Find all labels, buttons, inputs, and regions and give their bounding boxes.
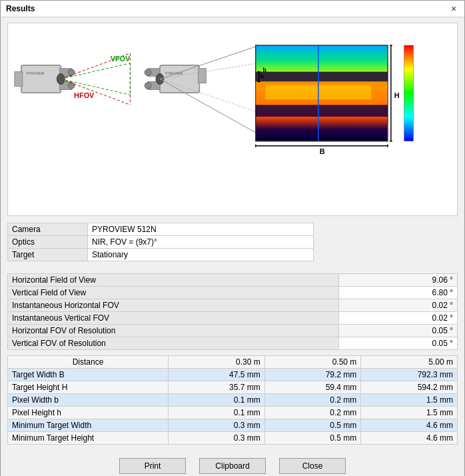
distance-row-label: Target Height H: [8, 381, 169, 394]
distance-value-3: 4.6 mm: [361, 432, 458, 445]
distance-value-1: 0.1 mm: [169, 394, 265, 407]
svg-rect-48: [404, 45, 414, 141]
distance-row-label: Minimum Target Height: [8, 432, 169, 445]
distance-data-row: Pixel Width b 0.1 mm 0.2 mm 1.5 mm: [8, 394, 458, 407]
distance-value-3: 792.3 mm: [361, 369, 458, 381]
svg-rect-1: [21, 65, 61, 93]
svg-point-13: [145, 69, 151, 76]
camera-info-value: NIR, FOV = (9x7)°: [88, 236, 314, 249]
svg-text:h: h: [260, 73, 264, 80]
distance-value-1: 0.3 mm: [169, 432, 265, 445]
fov-metric-label: Horizontal FOV of Resolution: [8, 325, 339, 337]
fov-metric-value: 0.05 °: [339, 325, 458, 337]
fov-metric-label: Instantaneous Vertical FOV: [8, 312, 339, 325]
distance-value-2: 59.4 mm: [264, 381, 361, 394]
results-window: Results × PYROVIEW: [0, 0, 465, 476]
distance-value-1: 0.1 mm: [169, 407, 265, 419]
window-title: Results: [6, 4, 35, 13]
svg-rect-30: [256, 72, 388, 82]
title-bar: Results ×: [1, 1, 464, 17]
distance-value-1: 0.3 mm: [169, 419, 265, 432]
distance-data-row: Minimum Target Width 0.3 mm 0.5 mm 4.6 m…: [8, 419, 458, 432]
distance-value-2: 0.2 mm: [264, 394, 361, 407]
svg-point-14: [145, 82, 151, 89]
svg-point-5: [68, 69, 75, 76]
distance-value-2: 0.5 mm: [264, 432, 361, 445]
distance-value-3: 1.5 mm: [361, 394, 458, 407]
camera-info-value: Stationary: [88, 249, 314, 261]
distance-header-cell: Distance: [8, 356, 169, 369]
fov-metrics-table: Horizontal Field of View9.06 °Vertical F…: [7, 273, 458, 350]
camera-info-value: PYROVIEW 512N: [88, 223, 314, 236]
print-button[interactable]: Print: [119, 458, 186, 474]
distance-data-row: Pixel Height h 0.1 mm 0.2 mm 1.5 mm: [8, 407, 458, 419]
distance-header-cell: 0.30 m: [169, 356, 265, 369]
svg-text:PYROVIEW: PYROVIEW: [27, 72, 45, 75]
svg-rect-9: [160, 65, 199, 93]
distance-value-1: 35.7 mm: [169, 381, 265, 394]
svg-text:HFOV: HFOV: [74, 91, 95, 99]
fov-metric-row: Horizontal FOV of Resolution0.05 °: [8, 325, 458, 337]
distance-value-3: 4.6 mm: [361, 419, 458, 432]
window-close-button[interactable]: ×: [448, 3, 459, 14]
distance-value-2: 0.2 mm: [264, 407, 361, 419]
distance-data-row: Target Height H 35.7 mm 59.4 mm 594.2 mm: [8, 381, 458, 394]
content-area: PYROVIEW PYROVIEW HFOV: [1, 17, 464, 476]
svg-text:B: B: [320, 147, 325, 155]
distance-data-row: Target Width B 47.5 mm 79.2 mm 792.3 mm: [8, 369, 458, 381]
svg-point-6: [68, 82, 75, 89]
distance-value-3: 594.2 mm: [361, 381, 458, 394]
fov-metric-row: Instantaneous Vertical FOV0.02 °: [8, 312, 458, 325]
distance-row-label: Minimum Target Width: [8, 419, 169, 432]
fov-metric-row: Instantaneous Horizontal FOV0.02 °: [8, 299, 458, 312]
svg-rect-31: [256, 105, 388, 117]
svg-rect-10: [198, 69, 206, 83]
distance-header-row: Distance0.30 m0.50 m5.00 m: [8, 356, 458, 369]
camera-info-table: CameraPYROVIEW 512NOpticsNIR, FOV = (9x7…: [7, 223, 314, 261]
camera-info-label: Camera: [8, 223, 88, 236]
distance-header-cell: 0.50 m: [264, 356, 361, 369]
distance-row-label: Target Width B: [8, 369, 169, 381]
buttons-row: Print Clipboard Close: [7, 453, 458, 476]
camera-info-row: CameraPYROVIEW 512N: [8, 223, 314, 236]
camera-info-label: Target: [8, 249, 88, 261]
fov-metric-value: 0.05 °: [339, 337, 458, 350]
distance-value-2: 0.5 mm: [264, 419, 361, 432]
diagram-box: PYROVIEW PYROVIEW HFOV: [7, 23, 458, 216]
distance-value-2: 79.2 mm: [264, 369, 361, 381]
distance-value-1: 47.5 mm: [169, 369, 265, 381]
camera-info-row: TargetStationary: [8, 249, 314, 261]
fov-metric-row: Horizontal Field of View9.06 °: [8, 274, 458, 287]
close-button[interactable]: Close: [279, 458, 346, 474]
camera-info-row: OpticsNIR, FOV = (9x7)°: [8, 236, 314, 249]
fov-metric-value: 0.02 °: [339, 299, 458, 312]
fov-metric-row: Vertical Field of View6.80 °: [8, 287, 458, 299]
fov-metric-value: 6.80 °: [339, 287, 458, 299]
camera-info-label: Optics: [8, 236, 88, 249]
fov-metric-row: Vertical FOV of Resolution0.05 °: [8, 337, 458, 350]
svg-rect-2: [15, 72, 23, 87]
distance-table: Distance0.30 m0.50 m5.00 m Target Width …: [7, 355, 458, 445]
fov-metric-label: Instantaneous Horizontal FOV: [8, 299, 339, 312]
distance-header-cell: 5.00 m: [361, 356, 458, 369]
fov-metric-label: Vertical FOV of Resolution: [8, 337, 339, 350]
svg-text:b: b: [263, 67, 267, 73]
fov-metric-value: 0.02 °: [339, 312, 458, 325]
distance-row-label: Pixel Height h: [8, 407, 169, 419]
clipboard-button[interactable]: Clipboard: [199, 458, 266, 474]
distance-value-3: 1.5 mm: [361, 407, 458, 419]
fov-metric-value: 9.06 °: [339, 274, 458, 287]
fov-metric-label: Vertical Field of View: [8, 287, 339, 299]
svg-text:H: H: [394, 91, 400, 99]
distance-row-label: Pixel Width b: [8, 394, 169, 407]
svg-text:VFOV: VFOV: [111, 55, 131, 63]
distance-data-row: Minimum Target Height 0.3 mm 0.5 mm 4.6 …: [8, 432, 458, 445]
fov-metric-label: Horizontal Field of View: [8, 274, 339, 287]
svg-point-7: [57, 74, 65, 85]
